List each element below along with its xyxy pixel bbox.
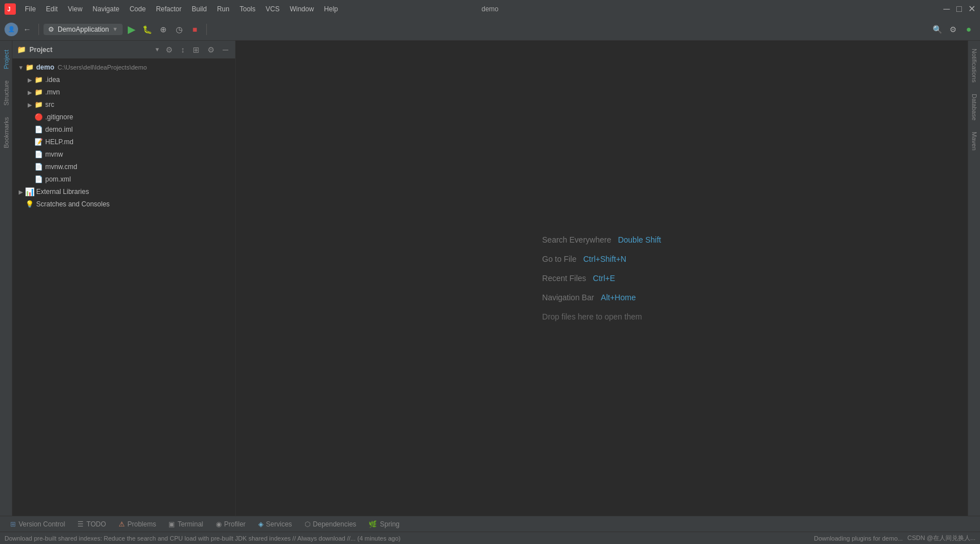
menu-vcs[interactable]: VCS	[261, 3, 284, 15]
vc-icon: ⊞	[10, 520, 16, 528]
tree-arrow-external-libs: ▶	[17, 189, 25, 195]
panel-minimize-icon[interactable]: ─	[220, 44, 231, 55]
bottom-toolbar: ⊞ Version Control ☰ TODO ⚠ Problems ▣ Te…	[0, 516, 980, 532]
folder-icon-idea: 📁	[34, 75, 43, 84]
debug-button[interactable]: 🐛	[141, 23, 154, 36]
menu-run[interactable]: Run	[213, 3, 234, 15]
status-right-text: Downloading plugins for demo...	[814, 535, 903, 542]
hint-search-everywhere: Search Everywhere Double Shift	[542, 235, 661, 244]
hint-action-search: Search Everywhere	[542, 235, 611, 244]
status-csdn-text: CSDN @在人间兑换人...	[907, 534, 975, 542]
project-panel: 📁 Project ▼ ⚙ ↕ ⊞ ⚙ ─ ▼ 📁 demo C:\Users\…	[12, 41, 236, 516]
stop-button[interactable]: ■	[188, 23, 202, 36]
menu-navigate[interactable]: Navigate	[88, 3, 124, 15]
window-title: demo	[482, 5, 498, 13]
bottom-tab-version-control[interactable]: ⊞ Version Control	[5, 518, 71, 530]
panel-gear-icon[interactable]: ⚙	[163, 44, 175, 55]
run-configuration[interactable]: ⚙ DemoApplication ▼	[44, 24, 123, 35]
menu-view[interactable]: View	[63, 3, 87, 15]
help-button[interactable]: ●	[962, 23, 975, 36]
hint-shortcut-recent: Ctrl+E	[593, 274, 615, 283]
panel-settings-icon[interactable]: ⚙	[205, 44, 217, 55]
bottom-tab-profiler[interactable]: ◉ Profiler	[210, 518, 251, 530]
window-controls: ─ □ ✕	[943, 5, 975, 13]
tree-arrow-src: ▶	[26, 102, 34, 108]
search-everywhere-button[interactable]: 🔍	[930, 23, 944, 36]
run-config-dropdown-icon: ▼	[112, 26, 118, 32]
menu-refactor[interactable]: Refactor	[151, 3, 186, 15]
title-bar: J File Edit View Navigate Code Refactor …	[0, 0, 980, 18]
menu-tools[interactable]: Tools	[235, 3, 260, 15]
panel-dropdown-icon[interactable]: ▼	[154, 46, 160, 53]
tree-item-gitignore[interactable]: ▶ 🔴 .gitignore	[12, 111, 235, 123]
settings-button[interactable]: ⚙	[946, 23, 960, 36]
tree-item-idea[interactable]: ▶ 📁 .idea	[12, 74, 235, 86]
tree-arrow-mvn: ▶	[26, 89, 34, 96]
tree-item-mvn[interactable]: ▶ 📁 .mvn	[12, 86, 235, 98]
tree-item-root[interactable]: ▼ 📁 demo C:\Users\dell\IdeaProjects\demo	[12, 61, 235, 74]
bottom-tab-spring[interactable]: 🌿 Spring	[363, 518, 405, 530]
right-tab-database[interactable]: Database	[969, 88, 979, 126]
bottom-tab-todo[interactable]: ☰ TODO	[72, 518, 111, 530]
right-tab-notifications[interactable]: Notifications	[969, 43, 979, 88]
tree-item-pom-xml[interactable]: ▶ 📄 pom.xml	[12, 173, 235, 185]
file-icon-demo-iml: 📄	[34, 125, 43, 134]
todo-label: TODO	[86, 520, 106, 528]
close-button[interactable]: ✕	[968, 5, 975, 13]
menu-file[interactable]: File	[20, 3, 40, 15]
file-icon-mvnw-cmd: 📄	[34, 162, 43, 171]
tree-item-src[interactable]: ▶ 📁 src	[12, 98, 235, 111]
status-bar: Download pre-built shared indexes: Reduc…	[0, 532, 980, 544]
hint-recent-files: Recent Files Ctrl+E	[542, 274, 661, 283]
menu-help[interactable]: Help	[319, 3, 342, 15]
profile-button[interactable]: ◷	[172, 23, 186, 36]
tree-label-mvnw-cmd: mvnw.cmd	[45, 163, 77, 171]
services-label: Services	[266, 520, 292, 528]
editor-area: Search Everywhere Double Shift Go to Fil…	[236, 41, 968, 516]
tree-item-scratches[interactable]: ▶ 💡 Scratches and Consoles	[12, 198, 235, 210]
hint-shortcut-nav: Alt+Home	[601, 293, 636, 302]
folder-icon-external-libs: 📊	[25, 187, 34, 196]
tree-item-mvnw-cmd[interactable]: ▶ 📄 mvnw.cmd	[12, 161, 235, 173]
bottom-tab-terminal[interactable]: ▣ Terminal	[163, 518, 209, 530]
spring-label: Spring	[380, 520, 400, 528]
hint-action-drop: Drop files here to open them	[542, 312, 642, 321]
menu-edit[interactable]: Edit	[41, 3, 62, 15]
tree-item-mvnw[interactable]: ▶ 📄 mvnw	[12, 148, 235, 161]
file-icon-help-md: 📝	[34, 137, 43, 146]
sidebar-tab-project[interactable]: Project	[1, 45, 11, 74]
tree-label-idea: .idea	[45, 76, 60, 84]
right-tab-maven[interactable]: Maven	[969, 126, 979, 156]
problems-icon: ⚠	[119, 520, 125, 528]
bottom-tab-dependencies[interactable]: ⬡ Dependencies	[299, 518, 362, 530]
minimize-button[interactable]: ─	[943, 5, 951, 13]
sidebar-tab-bookmarks[interactable]: Bookmarks	[1, 113, 11, 153]
panel-scroll-icon[interactable]: ↕	[179, 44, 187, 55]
tree-item-demo-iml[interactable]: ▶ 📄 demo.iml	[12, 123, 235, 136]
menu-code[interactable]: Code	[125, 3, 150, 15]
panel-filter-icon[interactable]: ⊞	[190, 44, 202, 55]
folder-icon-src: 📁	[34, 100, 43, 109]
hint-shortcut-search: Double Shift	[618, 235, 661, 244]
sidebar-tab-structure[interactable]: Structure	[1, 76, 11, 110]
bottom-tab-problems[interactable]: ⚠ Problems	[113, 518, 162, 530]
user-avatar[interactable]: 👤	[5, 23, 18, 36]
hint-go-to-file: Go to File Ctrl+Shift+N	[542, 254, 661, 264]
back-button[interactable]: ←	[20, 23, 34, 36]
run-button[interactable]: ▶	[125, 23, 138, 36]
toolbar-right-area: 🔍 ⚙ ●	[930, 23, 975, 36]
coverage-button[interactable]: ⊕	[157, 23, 170, 36]
maximize-button[interactable]: □	[955, 5, 963, 13]
profiler-label: Profiler	[224, 520, 246, 528]
menu-build[interactable]: Build	[187, 3, 211, 15]
file-icon-mvnw: 📄	[34, 150, 43, 159]
right-sidebar: Notifications Database Maven	[968, 41, 980, 516]
bottom-tab-services[interactable]: ◈ Services	[253, 518, 298, 530]
main-layout: Project Structure Bookmarks 📁 Project ▼ …	[0, 41, 980, 516]
deps-icon: ⬡	[305, 520, 310, 528]
tree-item-external-libs[interactable]: ▶ 📊 External Libraries	[12, 185, 235, 198]
tree-item-help-md[interactable]: ▶ 📝 HELP.md	[12, 136, 235, 148]
menu-window[interactable]: Window	[285, 3, 319, 15]
tree-label-src: src	[45, 101, 54, 109]
spring-icon: 🌿	[368, 520, 377, 528]
